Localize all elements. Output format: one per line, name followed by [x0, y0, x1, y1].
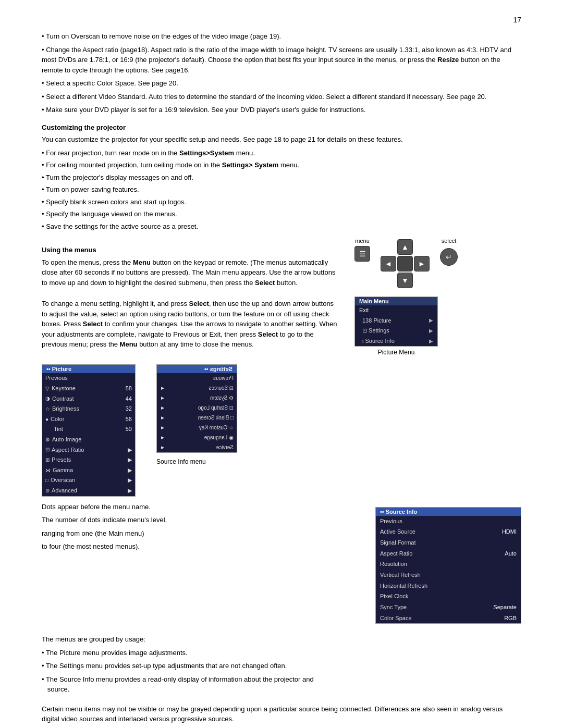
si-vertrefresh: Vertical Refresh — [376, 570, 521, 581]
menus-para-1: To open the menus, press the Menu button… — [42, 257, 339, 288]
cust-bullet-3: • Turn the projector's display messages … — [42, 172, 521, 183]
dpad-empty-tr — [414, 239, 430, 255]
intro-bullet-5: • Make sure your DVD player is set for a… — [42, 105, 521, 115]
settings-item-language: ◉ Language◄ — [157, 433, 237, 442]
picture-menu-tint: Tint50 — [42, 424, 135, 435]
si-colorspace: Color SpaceRGB — [376, 613, 521, 624]
settings-item-previous: Previous — [157, 373, 237, 383]
si-synctype: Sync TypeSeparate — [376, 602, 521, 613]
picture-menu-overscan: □ Overscan▶ — [42, 475, 135, 486]
picture-menu-color: ● Color56 — [42, 414, 135, 425]
cust-bullet-7: • Save the settings for the active sourc… — [42, 221, 521, 232]
grouped-b2: • The Settings menu provides set-up type… — [42, 661, 521, 671]
dpad-empty-bl — [381, 273, 396, 288]
dots-p2: The number of dots indicate menu's level… — [42, 515, 360, 525]
settings-menu-container: Settings •• Previous ⊟ Sources◄ ⚙ System… — [156, 364, 237, 453]
si-horizrefresh: Horizontal Refresh — [376, 581, 521, 591]
grouped-section: The menus are grouped by usage: • The Pi… — [42, 634, 521, 695]
menu-button[interactable]: ☰ — [354, 246, 370, 262]
picture-menu-contrast: ◑ Contrast44 — [42, 394, 135, 404]
picture-menu-label: Picture Menu — [378, 349, 415, 356]
grouped-b3: • The Source Info menu provides a read-o… — [42, 674, 521, 695]
menus-left-col: Using the menus To open the menus, press… — [42, 238, 339, 360]
customizing-paragraph: You can customize the projector for your… — [42, 134, 521, 145]
main-menu-picture: 138 Picture ▶ — [355, 316, 437, 326]
final-section: Certain menu items may not be visible or… — [42, 704, 521, 724]
final-paragraph: Certain menu items may not be visible or… — [42, 704, 521, 724]
source-info-menu-label: Source Info menu — [156, 458, 206, 465]
si-signalformat: Signal Format — [376, 537, 521, 548]
main-menu-exit: Exit — [355, 305, 437, 316]
settings-item-service: Service◄ — [157, 442, 237, 452]
si-resolution: Resolution — [376, 559, 521, 570]
select-label: select — [442, 238, 457, 244]
dpad-left[interactable]: ◄ — [381, 256, 396, 272]
cust-bullet-4: • Turn on power saving features. — [42, 184, 521, 195]
menus-para-2: To change a menu setting, highlight it, … — [42, 299, 339, 350]
main-menu-sourceinfo: i Source Info ▶ — [355, 336, 437, 347]
picture-menu-brightness: ☆ Brightness32 — [42, 404, 135, 414]
cust-bullet-5: • Specify blank screen colors and start … — [42, 197, 521, 207]
dots-text-section: Dots appear before the menu name. The nu… — [42, 502, 360, 555]
dpad-down[interactable]: ▼ — [397, 273, 413, 288]
dots-p4: to four (the most nested menus). — [42, 541, 360, 552]
picture-menu-presets: ⊞ Presets▶ — [42, 455, 135, 465]
source-info-title: •• Source Info — [376, 508, 521, 516]
page-number: 17 — [513, 16, 521, 24]
intro-bullet-1: • Turn on Overscan to remove noise on th… — [42, 31, 521, 42]
cust-bullet-1: • For rear projection, turn rear mode on… — [42, 148, 521, 158]
source-info-box: •• Source Info Previous Active SourceHDM… — [375, 507, 521, 624]
main-menu-box: Main Menu Exit 138 Picture ▶ ⊡ Settings … — [354, 297, 438, 347]
picture-menu-previous: Previous — [42, 373, 135, 384]
picture-menu-aspectratio: ⊡ Aspect Ratio▶ — [42, 445, 135, 455]
si-aspectratio: Aspect RatioAuto — [376, 548, 521, 559]
intro-bullet-3: • Select a specific Color Space. See pag… — [42, 78, 521, 89]
dpad-right[interactable]: ► — [414, 256, 430, 272]
settings-item-customkey: ☆ Custom Key◄ — [157, 423, 237, 433]
source-info-menu-container: •• Source Info Previous Active SourceHDM… — [375, 502, 521, 624]
cust-bullet-6: • Specify the language viewed on the men… — [42, 209, 521, 219]
picture-menu-title: •• Picture — [42, 365, 135, 373]
si-previous: Previous — [376, 516, 521, 527]
intro-section: • Turn on Overscan to remove noise on th… — [42, 31, 521, 115]
main-menu-image: Main Menu Exit 138 Picture ▶ ⊡ Settings … — [354, 297, 438, 356]
menu-label: menu — [355, 238, 370, 244]
intro-bullet-2: • Change the Aspect ratio (page18). Aspe… — [42, 45, 521, 76]
picture-menu-advanced: ⊘ Advanced▶ — [42, 486, 135, 496]
settings-menu-title: Settings •• — [157, 365, 237, 373]
settings-item-sources: ⊟ Sources◄ — [157, 383, 237, 393]
customizing-heading: Customizing the projector — [42, 122, 521, 133]
resize-bold: Resize — [437, 56, 459, 64]
dpad-up[interactable]: ▲ — [397, 239, 413, 255]
dpad-empty-tl — [381, 239, 396, 255]
settings-item-blank: □ Blank Screen◄ — [157, 413, 237, 423]
select-button[interactable]: ↵ — [440, 248, 458, 266]
main-menu-settings: ⊡ Settings ▶ — [355, 326, 437, 336]
cust-bullet-2: • For ceiling mounted projection, turn c… — [42, 160, 521, 170]
remote-area: menu ☰ x x ▲ ◄ ► — [354, 238, 458, 288]
dpad-center[interactable] — [397, 256, 413, 272]
using-menus-heading: Using the menus — [42, 245, 339, 255]
dpad-empty-br — [414, 273, 430, 288]
customizing-section: Customizing the projector You can custom… — [42, 122, 521, 232]
dots-p1: Dots appear before the menu name. — [42, 502, 360, 512]
settings-item-startup: ⊡ Startup Logo◄ — [157, 403, 237, 413]
dpad: ▲ ◄ ► ▼ — [381, 239, 430, 288]
picture-menu-container: •• Picture Previous ▽ Keystone58 ◑ Contr… — [42, 364, 136, 496]
picture-menu-box: •• Picture Previous ▽ Keystone58 ◑ Contr… — [42, 364, 136, 496]
picture-menu-autoimage: ⚙ Auto Image — [42, 435, 135, 445]
picture-menu-keystone: ▽ Keystone58 — [42, 384, 135, 394]
si-activesource: Active SourceHDMI — [376, 526, 521, 537]
dots-p3: ranging from one (the Main menu) — [42, 528, 360, 539]
grouped-b1: • The Picture menu provides image adjust… — [42, 648, 521, 658]
menus-right-col: menu ☰ x x ▲ ◄ ► — [354, 238, 521, 360]
main-menu-title: Main Menu — [355, 297, 437, 305]
intro-bullet-4: • Select a different Video Standard. Aut… — [42, 92, 521, 102]
picture-menu-gamma: ⋈ Gamma▶ — [42, 465, 135, 476]
settings-item-system: ⚙ System◄ — [157, 393, 237, 403]
si-pixelclock: Pixel Clock — [376, 591, 521, 602]
grouped-intro: The menus are grouped by usage: — [42, 634, 521, 645]
